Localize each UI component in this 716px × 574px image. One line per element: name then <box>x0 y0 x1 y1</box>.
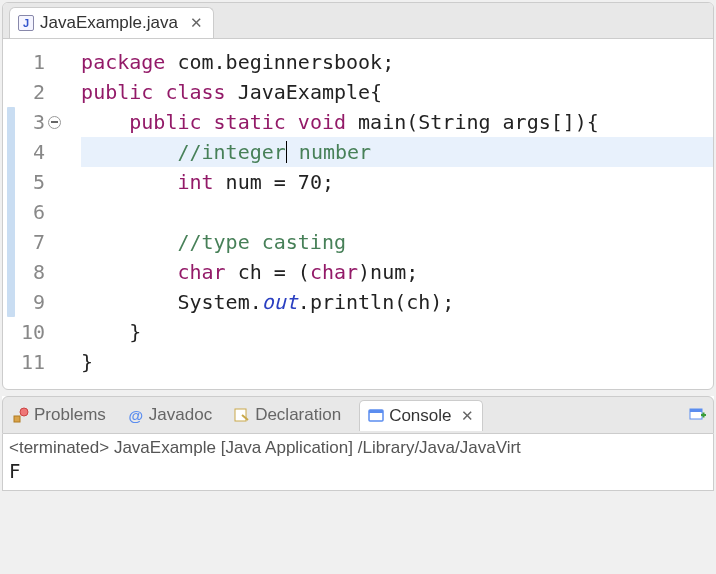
code-line[interactable]: } <box>81 347 713 377</box>
tab-label: Javadoc <box>149 405 212 425</box>
tab-label: Declaration <box>255 405 341 425</box>
code-text[interactable]: package com.beginnersbook;public class J… <box>75 47 713 377</box>
svg-rect-4 <box>369 410 383 413</box>
line-number: 3 <box>21 107 47 137</box>
svg-rect-6 <box>690 409 702 412</box>
code-line[interactable]: int num = 70; <box>81 167 713 197</box>
bottom-panel: Problems @ Javadoc Declaration Console ✕… <box>2 396 714 491</box>
console-launch-header: <terminated> JavaExample [Java Applicati… <box>9 438 707 458</box>
code-line[interactable] <box>81 197 713 227</box>
console-body: <terminated> JavaExample [Java Applicati… <box>2 434 714 491</box>
line-number: 2 <box>21 77 47 107</box>
code-area[interactable]: 1234567891011 package com.beginnersbook;… <box>3 39 713 389</box>
line-number: 6 <box>21 197 47 227</box>
fold-column <box>57 47 75 377</box>
tab-declaration[interactable]: Declaration <box>230 402 345 428</box>
editor-tab-bar: J JavaExample.java ✕ <box>3 3 713 39</box>
line-number: 8 <box>21 257 47 287</box>
tab-javadoc[interactable]: @ Javadoc <box>124 402 216 428</box>
svg-rect-2 <box>235 409 246 421</box>
line-number-gutter: 1234567891011 <box>21 47 57 377</box>
tab-label: Problems <box>34 405 106 425</box>
code-line[interactable]: //type casting <box>81 227 713 257</box>
svg-rect-8 <box>703 413 705 418</box>
code-line[interactable]: char ch = (char)num; <box>81 257 713 287</box>
console-icon <box>368 408 384 424</box>
svg-point-1 <box>20 408 28 416</box>
line-number: 9 <box>21 287 47 317</box>
tab-console[interactable]: Console ✕ <box>359 400 482 431</box>
code-line[interactable]: } <box>81 317 713 347</box>
line-number: 4 <box>21 137 47 167</box>
tab-problems[interactable]: Problems <box>9 402 110 428</box>
line-number: 11 <box>21 347 47 377</box>
line-number: 1 <box>21 47 47 77</box>
line-number: 5 <box>21 167 47 197</box>
fold-toggle-icon[interactable] <box>48 116 61 129</box>
close-icon[interactable]: ✕ <box>461 407 474 425</box>
code-line[interactable]: //integer number <box>81 137 713 167</box>
tab-label: Console <box>389 406 451 426</box>
java-file-icon: J <box>18 15 34 31</box>
editor-tab[interactable]: J JavaExample.java ✕ <box>9 7 214 38</box>
editor-pane: J JavaExample.java ✕ 1234567891011 packa… <box>2 2 714 390</box>
declaration-icon <box>234 407 250 423</box>
close-icon[interactable]: ✕ <box>190 14 203 32</box>
problems-icon <box>13 407 29 423</box>
views-tab-bar: Problems @ Javadoc Declaration Console ✕ <box>2 396 714 434</box>
javadoc-icon: @ <box>128 407 144 423</box>
tab-filename: JavaExample.java <box>40 13 178 33</box>
code-line[interactable]: System.out.println(ch); <box>81 287 713 317</box>
change-ruler <box>3 47 21 377</box>
line-number: 10 <box>21 317 47 347</box>
code-line[interactable]: public static void main(String args[]){ <box>81 107 713 137</box>
open-console-button[interactable] <box>689 407 707 423</box>
console-output: F <box>9 460 707 482</box>
code-line[interactable]: public class JavaExample{ <box>81 77 713 107</box>
line-number: 7 <box>21 227 47 257</box>
code-line[interactable]: package com.beginnersbook; <box>81 47 713 77</box>
svg-rect-0 <box>14 416 20 422</box>
